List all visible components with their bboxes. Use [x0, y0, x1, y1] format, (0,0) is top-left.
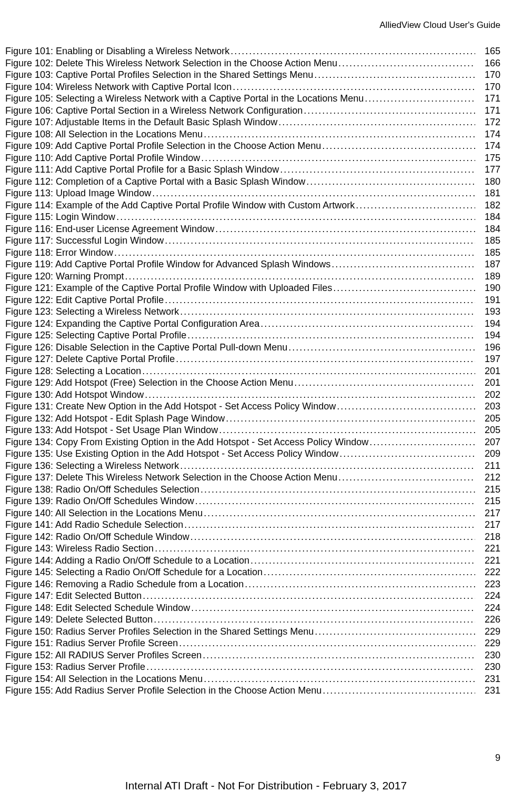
figure-entry-label: Figure 127: Delete Captive Portal Profil…: [5, 353, 176, 365]
figure-entry-label: Figure 128: Selecting a Location: [5, 365, 142, 377]
figure-entry-page: 215: [475, 495, 500, 507]
figure-entry: Figure 155: Add Radius Server Profile Se…: [5, 685, 500, 697]
figure-entry-page: 194: [475, 329, 500, 342]
leader-dots: [187, 329, 475, 342]
leader-dots: [204, 128, 475, 141]
figure-entry: Figure 150: Radius Server Profiles Selec…: [5, 626, 500, 638]
leader-dots: [332, 258, 475, 270]
figure-entry-page: 170: [475, 69, 500, 81]
leader-dots: [323, 685, 475, 697]
figure-entry: Figure 122: Edit Captive Portal Profile …: [5, 294, 500, 306]
figure-entry-label: Figure 117: Successful Login Window: [5, 235, 165, 247]
figure-entry-label: Figure 120: Warning Prompt: [5, 270, 125, 283]
figure-entry-label: Figure 122: Edit Captive Portal Profile: [5, 294, 165, 306]
figure-entry: Figure 105: Selecting a Wireless Network…: [5, 93, 500, 105]
figure-entry: Figure 132: Add Hotspot - Edit Splash Pa…: [5, 413, 500, 425]
figure-entry-page: 203: [475, 400, 500, 413]
figure-entry-page: 193: [475, 306, 500, 318]
figure-entry: Figure 145: Selecting a Radio On/Off Sch…: [5, 566, 500, 578]
figure-entry: Figure 109: Add Captive Portal Profile S…: [5, 140, 500, 152]
figure-entry-label: Figure 136: Selecting a Wireless Network: [5, 460, 180, 472]
figure-entry-label: Figure 133: Add Hotspot - Set Usage Plan…: [5, 424, 219, 436]
leader-dots: [142, 365, 475, 377]
figure-entry-label: Figure 114: Example of the Add Captive P…: [5, 199, 356, 212]
figure-entry-page: 218: [475, 531, 500, 543]
figure-entry-label: Figure 111: Add Captive Portal Profile f…: [5, 164, 280, 176]
figure-entry: Figure 142: Radio On/Off Schedule Window…: [5, 531, 500, 543]
figure-entry: Figure 128: Selecting a Location201: [5, 365, 500, 377]
figure-entry-label: Figure 140: All Selection in the Locatio…: [5, 507, 204, 519]
figure-entry-page: 221: [475, 555, 500, 567]
figure-entry-page: 175: [475, 152, 500, 164]
figure-entry-label: Figure 110: Add Captive Portal Profile W…: [5, 152, 201, 164]
figure-entry: Figure 152: All RADIUS Server Profiles S…: [5, 649, 500, 661]
figure-entry-page: 172: [475, 116, 500, 128]
leader-dots: [369, 436, 475, 448]
figure-entry-page: 165: [475, 45, 500, 57]
figure-entry-label: Figure 123: Selecting a Wireless Network: [5, 306, 180, 318]
figure-entry-label: Figure 125: Selecting Captive Portal Pro…: [5, 329, 187, 342]
figure-entry-page: 222: [475, 566, 500, 578]
leader-dots: [125, 270, 475, 283]
figure-entry-label: Figure 112: Completion of a Captive Port…: [5, 176, 306, 188]
figure-entry-label: Figure 135: Use Existing Option in the A…: [5, 448, 339, 460]
figure-entry: Figure 120: Warning Prompt 189: [5, 270, 500, 283]
leader-dots: [260, 318, 475, 330]
doc-header-title: AlliedView Cloud User's Guide: [5, 20, 500, 31]
leader-dots: [250, 555, 475, 567]
figure-entry-page: 230: [475, 649, 500, 661]
figure-entry: Figure 146: Removing a Radio Schedule fr…: [5, 578, 500, 590]
figure-entry-label: Figure 108: All Selection in the Locatio…: [5, 128, 204, 141]
figure-entry: Figure 119: Add Captive Portal Profile W…: [5, 258, 500, 270]
leader-dots: [116, 211, 475, 223]
figure-entry-label: Figure 121: Example of the Captive Porta…: [5, 282, 333, 294]
figure-entry-page: 190: [475, 282, 500, 294]
leader-dots: [219, 424, 475, 436]
figure-entry-page: 184: [475, 223, 500, 235]
figure-entry: Figure 108: All Selection in the Locatio…: [5, 128, 500, 141]
leader-dots: [191, 602, 475, 614]
figure-entry: Figure 141: Add Radio Schedule Selection…: [5, 519, 500, 531]
figure-entry-page: 217: [475, 507, 500, 519]
figure-entry-page: 171: [475, 93, 500, 105]
figure-entry: Figure 147: Edit Selected Button224: [5, 590, 500, 602]
leader-dots: [155, 543, 475, 555]
figure-entry: Figure 138: Radio On/Off Schedules Selec…: [5, 484, 500, 496]
figure-entry-label: Figure 116: End-user License Agreement W…: [5, 223, 215, 235]
figure-entry-label: Figure 139: Radio On/Off Schedules Windo…: [5, 495, 195, 507]
figure-entry-label: Figure 105: Selecting a Wireless Network…: [5, 93, 365, 105]
document-page: AlliedView Cloud User's Guide Figure 101…: [0, 0, 532, 812]
figure-entry-page: 174: [475, 140, 500, 152]
figure-entry: Figure 135: Use Existing Option in the A…: [5, 448, 500, 460]
figure-entry-label: Figure 153: Radius Server Profile: [5, 661, 146, 673]
figure-entry: Figure 125: Selecting Captive Portal Pro…: [5, 329, 500, 342]
figure-entry: Figure 149: Delete Selected Button226: [5, 614, 500, 626]
leader-dots: [195, 495, 475, 507]
figure-entry-page: 224: [475, 602, 500, 614]
leader-dots: [154, 614, 475, 626]
leader-dots: [338, 472, 475, 484]
figure-entry-label: Figure 124: Expanding the Captive Portal…: [5, 318, 260, 330]
leader-dots: [322, 140, 475, 152]
leader-dots: [264, 566, 475, 578]
figure-entry: Figure 107: Adjustable Items in the Defa…: [5, 116, 500, 128]
leader-dots: [365, 93, 475, 105]
figure-entry-label: Figure 132: Add Hotspot - Edit Splash Pa…: [5, 413, 226, 425]
figure-entry-page: 205: [475, 424, 500, 436]
figure-entry-page: 177: [475, 164, 500, 176]
figure-entry-page: 224: [475, 590, 500, 602]
figure-entry-page: 194: [475, 318, 500, 330]
figure-entry: Figure 118: Error Window185: [5, 247, 500, 259]
leader-dots: [315, 626, 475, 638]
figure-entry-page: 182: [475, 199, 500, 212]
figure-entry-label: Figure 104: Wireless Network with Captiv…: [5, 81, 233, 93]
figure-entry: Figure 144: Adding a Radio On/Off Schedu…: [5, 555, 500, 567]
leader-dots: [114, 247, 475, 259]
figure-entry-page: 231: [475, 685, 500, 697]
leader-dots: [245, 578, 475, 590]
figure-entry-label: Figure 101: Enabling or Disabling a Wire…: [5, 45, 230, 57]
figure-entry: Figure 116: End-user License Agreement W…: [5, 223, 500, 235]
leader-dots: [176, 353, 475, 365]
leader-dots: [280, 164, 475, 176]
figure-entry: Figure 101: Enabling or Disabling a Wire…: [5, 45, 500, 57]
